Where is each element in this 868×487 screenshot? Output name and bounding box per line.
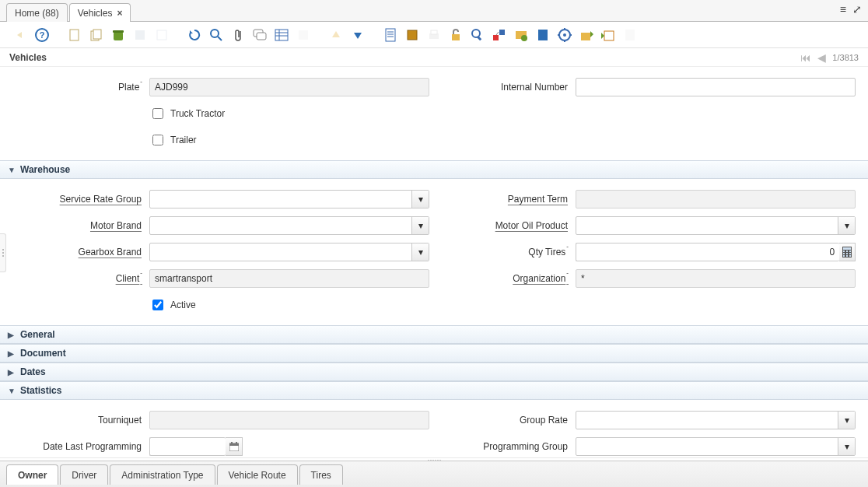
new-record-button[interactable] (65, 26, 84, 44)
undo-button[interactable] (11, 26, 30, 44)
section-statistics[interactable]: ▼Statistics (0, 381, 868, 400)
section-document[interactable]: ▶Document (0, 344, 868, 363)
zoom-button[interactable] (468, 26, 487, 44)
svg-rect-7 (135, 30, 145, 40)
group-rate-label: Group Rate (439, 415, 576, 426)
calculator-icon[interactable] (839, 243, 856, 261)
nav-up-button[interactable] (327, 26, 345, 44)
payment-term-field (576, 190, 856, 208)
prev-record-icon[interactable]: ◀ (817, 51, 826, 64)
tourniquet-field (149, 411, 429, 429)
service-rate-group-combo[interactable]: ▾ (149, 190, 429, 208)
child-tab-owner[interactable]: Owner (6, 464, 58, 485)
nav-down-button[interactable] (348, 26, 367, 44)
child-tab-vehicle-route[interactable]: Vehicle Route (217, 464, 298, 485)
truck-tractor-label: Truck Tractor (170, 108, 225, 119)
active-workflow-button[interactable] (490, 26, 509, 44)
dropdown-icon[interactable]: ▾ (838, 438, 855, 455)
child-tab-driver[interactable]: Driver (60, 464, 108, 485)
refresh-button[interactable] (185, 26, 204, 44)
programming-group-combo[interactable]: ▾ (576, 437, 856, 456)
svg-rect-24 (431, 30, 437, 34)
section-dates[interactable]: ▶Dates (0, 363, 868, 381)
main-toolbar: ? (0, 22, 868, 48)
svg-rect-6 (113, 30, 124, 33)
document-tabbar: Home (88) Vehicles × ≡ ⤢ (0, 0, 868, 22)
chevron-down-icon: ▼ (8, 387, 16, 395)
first-record-icon[interactable]: ⏮ (800, 51, 811, 64)
save-button[interactable] (131, 26, 149, 44)
svg-point-9 (211, 30, 219, 37)
process-button[interactable] (555, 26, 574, 44)
child-tab-admin-type[interactable]: Administration Type (110, 464, 215, 485)
menu-icon[interactable]: ≡ (840, 3, 846, 16)
svg-rect-2 (70, 30, 79, 40)
export-button[interactable] (577, 26, 596, 44)
sidebar-expand-handle[interactable] (0, 233, 6, 272)
service-rate-group-label: Service Rate Group (12, 194, 149, 205)
svg-rect-13 (275, 30, 288, 40)
motor-brand-combo[interactable]: ▾ (149, 216, 429, 235)
dropdown-icon[interactable]: ▾ (411, 191, 429, 208)
form-scroll-area[interactable]: Plate AJD999 Truck Tractor Trailer I (0, 67, 868, 461)
date-last-programming-input[interactable] (149, 437, 226, 456)
group-rate-combo[interactable]: ▾ (576, 411, 856, 429)
child-tabbar: Owner Driver Administration Type Vehicle… (0, 461, 868, 487)
discard-button[interactable] (152, 26, 171, 44)
svg-rect-49 (849, 253, 851, 254)
title-bar: Vehicles ⏮ ◀ 1/3813 (0, 48, 868, 67)
section-general[interactable]: ▶General (0, 325, 868, 344)
qty-tires-input[interactable] (576, 243, 839, 261)
truck-tractor-checkbox[interactable] (152, 108, 163, 119)
organization-field: * (576, 269, 856, 288)
svg-rect-28 (493, 35, 499, 40)
svg-rect-44 (843, 251, 845, 252)
svg-rect-39 (581, 33, 590, 40)
expand-icon[interactable]: ⤢ (852, 3, 862, 16)
report-button[interactable] (381, 26, 400, 44)
svg-point-31 (521, 35, 527, 41)
dropdown-icon[interactable]: ▾ (411, 217, 429, 234)
parent-record-button[interactable] (294, 26, 313, 44)
chevron-down-icon: ▼ (8, 166, 16, 174)
copy-record-button[interactable] (87, 26, 106, 44)
delete-record-button[interactable] (109, 26, 128, 44)
trailer-checkbox[interactable] (152, 135, 163, 145)
help-button[interactable]: ? (33, 26, 51, 44)
file-button[interactable] (621, 26, 639, 44)
child-tab-tires[interactable]: Tires (299, 464, 343, 485)
dropdown-icon[interactable]: ▾ (411, 243, 429, 261)
lock-button[interactable] (446, 26, 465, 44)
product-info-button[interactable] (534, 26, 552, 44)
calendar-icon[interactable] (226, 437, 243, 456)
search-button[interactable] (207, 26, 226, 44)
svg-rect-32 (538, 30, 548, 40)
client-label: Client (12, 273, 149, 284)
dropdown-icon[interactable]: ▾ (838, 217, 855, 234)
motor-oil-product-combo[interactable]: ▾ (576, 216, 856, 235)
tab-vehicles-label: Vehicles (78, 8, 113, 19)
print-button[interactable] (425, 26, 443, 44)
section-warehouse[interactable]: ▼ Warehouse (0, 160, 868, 179)
attachment-button[interactable] (229, 26, 247, 44)
client-field: smartransport (149, 269, 429, 288)
active-checkbox[interactable] (152, 300, 163, 310)
svg-rect-22 (408, 30, 417, 40)
record-counter: 1/3813 (832, 53, 859, 62)
grid-toggle-button[interactable] (272, 26, 291, 44)
svg-rect-51 (846, 255, 848, 257)
svg-rect-40 (604, 31, 614, 40)
tab-home[interactable]: Home (88) (6, 3, 68, 22)
request-button[interactable] (512, 26, 530, 44)
chat-button[interactable] (250, 26, 269, 44)
close-icon[interactable]: × (117, 8, 122, 19)
archive-button[interactable] (403, 26, 422, 44)
gearbox-brand-combo[interactable]: ▾ (149, 243, 429, 261)
dropdown-icon[interactable]: ▾ (838, 412, 855, 429)
tab-vehicles[interactable]: Vehicles × (69, 3, 131, 22)
import-button[interactable] (599, 26, 618, 44)
svg-rect-43 (843, 247, 851, 250)
svg-rect-41 (625, 30, 635, 40)
svg-text:?: ? (40, 30, 45, 40)
internal-number-input[interactable] (576, 78, 856, 96)
